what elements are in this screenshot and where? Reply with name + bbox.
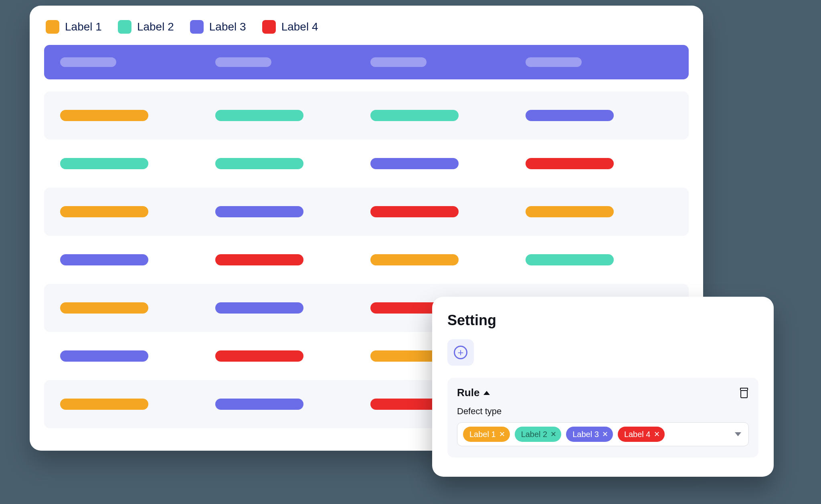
- plus-icon: +: [454, 346, 467, 359]
- chip: Label 4✕: [618, 427, 665, 442]
- legend-label: Label 2: [137, 20, 174, 33]
- column-header-placeholder: [526, 57, 582, 67]
- chip: Label 3✕: [566, 427, 613, 442]
- data-pill: [215, 302, 303, 314]
- legend-item: Label 3: [190, 20, 246, 34]
- close-icon[interactable]: ✕: [602, 431, 608, 438]
- data-pill: [370, 254, 459, 265]
- add-rule-button[interactable]: +: [447, 339, 474, 366]
- data-pill: [215, 206, 303, 217]
- close-icon[interactable]: ✕: [654, 431, 660, 438]
- data-pill: [60, 254, 148, 265]
- defect-type-label: Defect type: [457, 406, 749, 417]
- table-row: [44, 140, 689, 188]
- table-row: [44, 236, 689, 284]
- data-pill: [526, 110, 614, 121]
- data-pill: [215, 254, 303, 265]
- column-header-placeholder: [215, 57, 271, 67]
- legend-item: Label 4: [262, 20, 318, 34]
- data-pill: [526, 254, 614, 265]
- chevron-down-icon[interactable]: [735, 432, 741, 436]
- column-header-placeholder: [370, 57, 427, 67]
- legend-item: Label 1: [46, 20, 102, 34]
- chip-label: Label 3: [572, 430, 599, 439]
- rule-header: Rule: [457, 387, 749, 399]
- chip-label: Label 1: [469, 430, 496, 439]
- chip: Label 1✕: [463, 427, 510, 442]
- table-row: [44, 91, 689, 140]
- data-pill: [60, 350, 148, 362]
- chevron-up-icon: [483, 391, 490, 395]
- data-pill: [60, 158, 148, 169]
- rule-title: Rule: [457, 387, 479, 399]
- data-pill: [215, 110, 303, 121]
- table-header: [44, 45, 689, 79]
- data-pill: [526, 206, 614, 217]
- data-pill: [526, 158, 614, 169]
- legend-swatch: [262, 20, 276, 34]
- column-header-placeholder: [60, 57, 116, 67]
- rule-block: Rule Defect type Label 1✕Label 2✕Label 3…: [447, 378, 758, 457]
- data-pill: [370, 110, 459, 121]
- legend: Label 1Label 2Label 3Label 4: [44, 20, 689, 34]
- data-pill: [215, 158, 303, 169]
- table-row: [44, 188, 689, 236]
- settings-title: Setting: [447, 312, 758, 329]
- close-icon[interactable]: ✕: [499, 431, 505, 438]
- close-icon[interactable]: ✕: [550, 431, 556, 438]
- data-pill: [60, 110, 148, 121]
- chip-label: Label 2: [521, 430, 548, 439]
- legend-swatch: [118, 20, 131, 34]
- legend-label: Label 1: [65, 20, 102, 33]
- legend-swatch: [190, 20, 204, 34]
- data-pill: [60, 302, 148, 314]
- rule-toggle[interactable]: Rule: [457, 387, 490, 399]
- legend-label: Label 3: [209, 20, 246, 33]
- trash-icon[interactable]: [739, 388, 749, 398]
- data-pill: [215, 350, 303, 362]
- chip-label: Label 4: [624, 430, 651, 439]
- data-pill: [215, 399, 303, 410]
- settings-panel: Setting + Rule Defect type Label 1✕Label…: [432, 297, 774, 477]
- legend-item: Label 2: [118, 20, 174, 34]
- legend-label: Label 4: [281, 20, 318, 33]
- data-pill: [370, 158, 459, 169]
- data-pill: [60, 399, 148, 410]
- legend-swatch: [46, 20, 59, 34]
- data-pill: [60, 206, 148, 217]
- chip: Label 2✕: [515, 427, 562, 442]
- data-pill: [370, 206, 459, 217]
- defect-type-select[interactable]: Label 1✕Label 2✕Label 3✕Label 4✕: [457, 422, 749, 446]
